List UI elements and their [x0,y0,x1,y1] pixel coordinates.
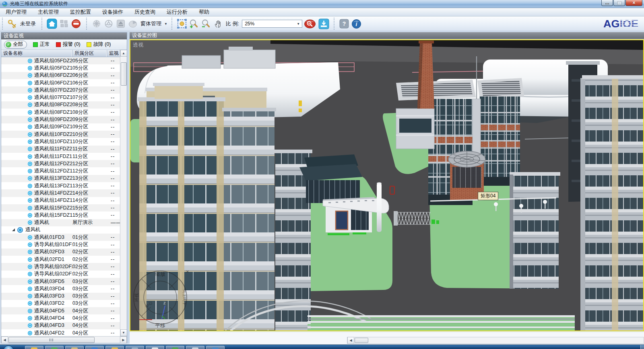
table-row[interactable]: 通风机组10FDZ110分区-- [1,138,120,145]
wheel-look-label[interactable]: 环视 [134,293,139,302]
menu-item-历史查询[interactable]: 历史查询 [129,8,161,16]
info-button[interactable]: i [351,18,362,29]
taskbar-app-button-10[interactable] [206,346,225,349]
table-row[interactable]: 通风机组06FDZ206分区-- [1,72,120,79]
vertical-scroll-thumb[interactable] [121,62,127,86]
menu-item-监控配置[interactable]: 监控配置 [64,8,97,16]
table-row[interactable]: 通风机组05FDZ105分区-- [1,64,120,72]
wheel-updown-label[interactable]: 向上/向下 [182,290,186,306]
horizontal-scroll-thumb[interactable] [8,337,95,343]
horizontal-scrollbar-right[interactable]: ◀ [347,337,644,344]
table-row[interactable]: 通风机04FD404分区-- [1,314,120,322]
wheel-zoom-label[interactable]: 缩放 [155,271,165,277]
table-row[interactable]: 通风机组08FDZ208分区-- [1,101,120,109]
navigation-wheel[interactable]: 缩放 平移 环视 向上/向下 中心 × Z [130,262,199,331]
taskbar-app-button-9[interactable] [186,346,204,349]
table-row[interactable]: 通风机组13FDZ113分区-- [1,182,120,189]
table-row[interactable]: 通风机组12FDZ212分区-- [1,160,120,167]
filter-button-3[interactable]: 故障 (0) [87,41,111,48]
login-key-icon[interactable] [7,18,18,29]
filter-button-2[interactable]: 报警 (0) [56,41,80,48]
scroll-right-icon[interactable]: ▶ [120,337,127,343]
taskbar-app-button-1[interactable] [25,346,43,349]
table-row[interactable]: 通风机组07FDZ107分区-- [1,94,120,101]
table-row[interactable]: 通风机03FD503分区-- [1,278,120,285]
fit-selection-button[interactable] [176,18,188,29]
table-row[interactable]: 诱导风机组01DF101分区-- [1,241,120,248]
eject-button-disabled[interactable] [115,18,126,29]
table-row[interactable]: 通风机组11FDZ211分区-- [1,146,120,153]
menu-item-设备操作[interactable]: 设备操作 [97,8,129,16]
wheel-button-disabled[interactable] [103,18,114,29]
column-header-monitor[interactable]: 监视 [107,50,120,57]
taskbar-app-button-3[interactable] [65,346,84,349]
table-row[interactable]: 通风机04FD504分区-- [1,307,120,314]
table-row[interactable]: 通风机组15FDZ115分区-- [1,211,120,219]
show-desktop-button[interactable] [640,345,644,349]
3d-scene-canvas[interactable] [130,40,643,331]
tree-group-row[interactable]: 通风机 [1,226,120,234]
table-row[interactable]: 通风机组09FDZ109分区-- [1,123,120,131]
table-row[interactable]: 通风机展厅演示—— [1,219,120,226]
table-row[interactable]: 通风机组12FDZ112分区-- [1,167,120,174]
table-row[interactable]: 通风机组13FDZ213分区-- [1,175,120,182]
table-row[interactable]: 通风机02FD302分区-- [1,248,120,256]
wheel-pan-label[interactable]: 平移 [155,322,165,328]
minimize-button[interactable] [601,0,613,6]
login-status-label[interactable]: 未登录 [20,20,36,27]
taskbar-app-button-4[interactable] [85,346,104,349]
scale-select[interactable]: 25% ▼ [242,20,302,28]
table-row[interactable]: 通风机01FD301分区-- [1,234,120,241]
wheel-close-icon[interactable]: × [186,269,189,275]
stop-button[interactable] [70,18,82,29]
scroll-up-icon[interactable]: ▲ [120,50,127,57]
table-row[interactable]: 通风机组14FDZ214分区-- [1,189,120,197]
table-row[interactable]: 通风机03FD203分区-- [1,300,120,307]
table-row[interactable]: 通风机组14FDZ114分区-- [1,197,120,204]
window-manage-dropdown-icon[interactable]: ▼ [164,22,167,26]
expand-triangle-icon[interactable] [12,228,15,231]
horizontal-scroll-thumb[interactable] [355,338,368,343]
table-row[interactable]: 通风机组06FDZ106分区-- [1,79,120,86]
pie-button-disabled[interactable] [127,18,138,29]
column-header-partition[interactable]: 所属分区 [72,50,107,57]
home-view-button[interactable] [46,18,58,29]
vertical-scrollbar[interactable]: ▲ ▼ [120,50,127,336]
fan-button-disabled[interactable] [91,18,102,29]
horizontal-scrollbar-left[interactable]: ◀ ▶ [1,336,127,343]
taskbar-app-button-6[interactable] [126,346,144,349]
table-row[interactable]: 通风机03FD403分区-- [1,285,120,292]
table-row[interactable]: 通风机组15FDZ215分区-- [1,204,120,211]
table-row[interactable]: 诱导风机组02DF202分区-- [1,263,120,270]
zoom-out-button[interactable] [200,18,212,29]
start-orb-button[interactable] [3,345,14,349]
scroll-left-icon[interactable]: ◀ [347,337,354,344]
table-row[interactable]: 诱导风机组02DF102分区-- [1,271,120,278]
table-row[interactable]: 通风机03FD303分区-- [1,293,120,300]
table-row[interactable]: 通风机组11FDZ111分区-- [1,153,120,160]
pan-hand-button[interactable] [213,18,224,29]
table-row[interactable]: 通风机组07FDZ207分区-- [1,86,120,94]
zoom-in-button[interactable] [188,18,200,29]
3d-viewport[interactable]: 透视 矩形04 缩放 平移 环视 向上/向下 中心 × Z [130,39,644,331]
window-manage-label[interactable]: 窗体管理 [140,20,161,27]
table-row[interactable]: 通风机02FD102分区-- [1,256,120,263]
scroll-down-icon[interactable]: ▼ [120,329,127,336]
taskbar-app-button-7[interactable] [146,346,164,349]
restore-button[interactable] [613,0,625,6]
scroll-left-icon[interactable]: ◀ [1,337,8,343]
layout-tiles-button[interactable] [58,18,70,29]
taskbar-app-button-8[interactable] [166,346,184,349]
menu-item-主机管理[interactable]: 主机管理 [32,8,64,16]
menu-item-帮助[interactable]: 帮助 [193,8,215,16]
table-row[interactable]: 通风机04FD204分区-- [1,329,120,336]
menu-item-运行分析[interactable]: 运行分析 [161,8,193,16]
table-row[interactable]: 通风机组08FDZ108分区-- [1,109,120,116]
zoom-region-button[interactable] [304,18,317,29]
table-row[interactable]: 通风机组10FDZ210分区-- [1,131,120,138]
menu-item-用户管理[interactable]: 用户管理 [0,8,32,16]
taskbar-app-button-5[interactable] [105,346,124,349]
filter-all-button[interactable]: ✓全部 [4,41,27,49]
export-button[interactable] [318,18,329,29]
table-row[interactable]: 通风机组05FDZ205分区-- [1,57,120,64]
